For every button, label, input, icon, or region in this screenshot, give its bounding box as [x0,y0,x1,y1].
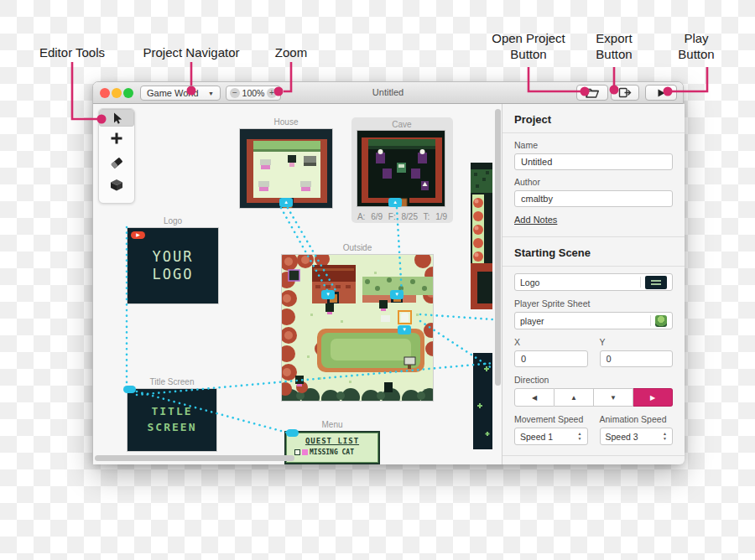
export-icon [618,86,633,99]
player-sprite-thumbnail [655,315,667,327]
player-sprite-sheet-label: Player Sprite Sheet [514,298,673,309]
x-field[interactable] [514,350,588,367]
scene-menu[interactable]: QUEST LIST MISSING CAT [284,431,380,464]
author-field[interactable] [514,190,673,207]
canvas-horizontal-scrollbar[interactable] [95,455,294,461]
scene-cave[interactable] [357,130,445,207]
zoom-in-button[interactable]: + [267,88,277,98]
scene-partial-top[interactable] [471,163,492,309]
annotation-export: Export Button [581,31,648,63]
animation-speed-label: Animation Speed [600,414,674,424]
animation-speed-select[interactable]: Speed 3 ▲ ▼ [600,428,674,445]
annotation-play: Play Button [663,31,730,63]
animation-speed-value: Speed 3 [606,432,664,442]
scene-label-logo: Logo [127,216,219,226]
scene-label-cave: Cave [355,120,449,129]
menu-checkbox [294,449,300,455]
zoom-control: − 100% + [226,86,281,101]
eraser-tool-button[interactable] [99,150,134,174]
export-button[interactable] [611,85,639,101]
editor-tools-panel [98,108,135,204]
game-world-canvas[interactable]: House Cave [93,104,502,464]
world-tool-button[interactable] [99,174,134,197]
player-sprite-value: player [520,316,646,326]
connection-badge-cave[interactable]: ▲ [388,198,402,207]
scene-title-screen[interactable]: TITLE SCREEN [127,388,217,452]
starting-scene-pill: ▶ [131,231,145,239]
x-label: X [514,337,588,347]
y-label: Y [600,337,674,347]
project-navigator-select[interactable]: Game World ▼ [140,86,221,101]
close-window-button[interactable] [100,88,110,98]
name-label: Name [514,140,673,150]
app-window: Untitled Game World ▼ − 100% + [92,81,684,464]
zoom-out-button[interactable]: − [230,88,240,98]
title-screen-text: TITLE SCREEN [148,404,197,436]
scene-label-outside: Outside [281,243,434,252]
connection-dot-menu[interactable] [286,429,299,437]
scene-house[interactable] [239,128,333,209]
scene-partial-bottom[interactable] [473,353,492,449]
zoom-window-button[interactable] [123,88,133,98]
connection-dot-title-screen[interactable] [123,386,136,393]
movement-speed-label: Movement Speed [514,414,588,424]
direction-right-button[interactable]: ▶ [633,388,673,407]
canvas-vertical-scrollbar[interactable] [495,109,501,386]
stepper-icon: ▲ ▼ [578,432,582,441]
scene-house-art [240,129,333,209]
play-icon [655,87,667,99]
add-notes-link[interactable]: Add Notes [514,215,557,225]
stepper-icon: ▲ ▼ [663,432,667,441]
open-project-button[interactable] [576,85,608,101]
play-button[interactable] [645,85,677,101]
menu-item-missing-cat: MISSING CAT [310,449,354,456]
player-start-selection[interactable] [398,310,412,324]
menu-pink-tile [302,449,308,455]
scene-partial-top-art [471,163,492,309]
connection-badge-outside-door2[interactable]: ▼ [390,290,404,299]
author-label: Author [514,177,673,187]
minimize-window-button[interactable] [112,88,122,98]
name-field[interactable] [514,153,673,170]
open-folder-icon [585,87,600,99]
y-field[interactable] [600,350,674,367]
plus-icon [110,132,123,145]
connection-badge-outside-door1[interactable]: ▼ [321,290,335,299]
menu-item-quest-list: QUEST LIST [286,437,378,445]
direction-label: Direction [514,375,673,385]
starting-scene-value: Logo [520,277,636,288]
scene-label-menu: Menu [284,420,380,429]
cube-icon [109,178,124,193]
annotation-editor-tools: Editor Tools [25,45,119,61]
chevron-down-icon: ▼ [208,91,214,96]
connection-badge-house[interactable]: ▲ [279,198,293,207]
starting-scene-select[interactable]: Logo [514,273,673,291]
connection-badge-player[interactable]: ▼ [398,325,411,334]
direction-button-group: ◀ ▲ ▼ ▶ [514,388,673,407]
scene-label-house: House [239,117,333,127]
direction-left-button[interactable]: ◀ [514,388,555,407]
project-sidebar: Project Name Author Add Notes Starting S… [502,104,685,464]
scene-cave-art [357,131,445,207]
titlebar[interactable]: Untitled Game World ▼ − 100% + [93,82,683,104]
player-sprite-select[interactable]: player [514,312,673,329]
annotation-project-navigator: Project Navigator [124,45,258,61]
movement-speed-select[interactable]: Speed 1 ▲ ▼ [514,428,588,445]
add-tool-button[interactable] [99,127,134,150]
movement-speed-value: Speed 1 [520,432,578,442]
custom-events-heading: Custom Events [502,456,685,464]
logo-screen-text: YOUR LOGO [153,248,194,284]
scene-label-title-screen: Title Screen [127,377,217,386]
scene-cave-stats: A: 6/9 F: 8/25 T: 1/9 [351,212,453,221]
pointer-icon [109,111,124,126]
project-section-heading: Project [502,104,685,132]
select-tool-button[interactable] [99,109,134,127]
direction-up-button[interactable]: ▲ [555,388,594,407]
scene-thumbnail [645,276,667,289]
scene-logo[interactable]: YOUR LOGO ▶ [127,227,219,304]
annotation-zoom: Zoom [258,45,325,61]
annotation-open-project: Open Project Button [478,31,579,63]
zoom-level-value: 100% [242,88,265,98]
player-sprite [401,313,409,322]
direction-down-button[interactable]: ▼ [594,388,633,407]
